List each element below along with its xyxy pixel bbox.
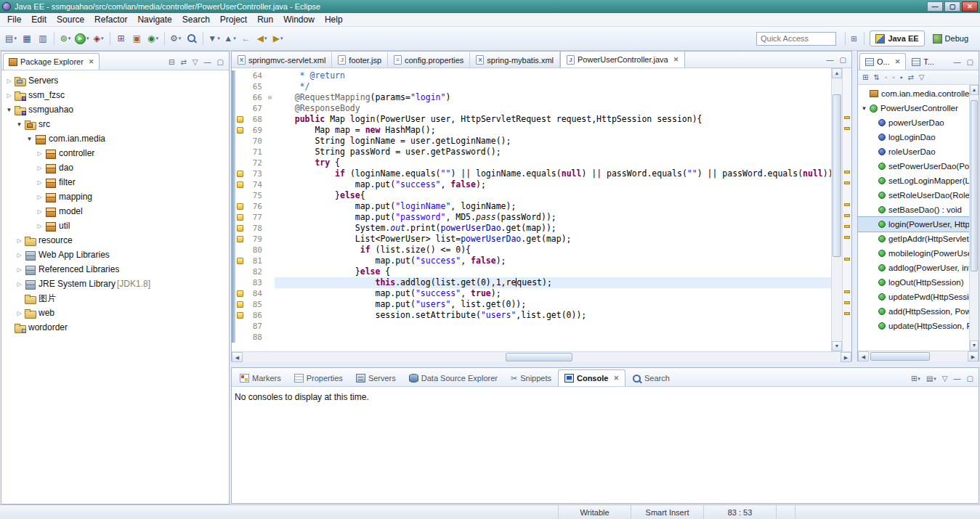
tree-arrow-icon[interactable]: ▷ [15,281,24,287]
overview-mark[interactable] [844,171,850,173]
external-tools-button[interactable]: ⚙▾ [169,30,183,46]
search-button[interactable] [185,30,199,46]
display-selected-console-icon[interactable]: ▤▾ [924,374,939,383]
code-text[interactable]: }else{ [275,190,831,201]
menu-run[interactable]: Run [252,13,278,26]
scroll-left-icon[interactable]: ◀ [232,352,243,362]
new-package-button[interactable]: ▣ [130,30,145,46]
outline-vertical-scrollbar[interactable]: ▲ ▼ [969,85,979,351]
scroll-down-icon[interactable]: ▼ [970,340,979,351]
perspective-java-ee[interactable]: Java EE [870,30,924,46]
tree-arrow-icon[interactable]: ▷ [15,252,24,258]
maximize-icon[interactable]: ▢ [965,57,976,67]
horizontal-scroll-track[interactable] [869,351,968,361]
editor-vertical-scrollbar[interactable]: ▲ ▼ [831,68,842,351]
minimize-icon[interactable]: — [952,57,963,67]
overview-mark[interactable] [844,203,850,206]
menu-source[interactable]: Source [52,13,89,26]
overview-mark[interactable] [844,258,850,261]
view-tab-console[interactable]: Console✕ [558,369,625,386]
open-perspective-button[interactable]: ⊞ [849,34,859,44]
scroll-right-icon[interactable]: ▶ [968,351,979,361]
tree-arrow-icon[interactable]: ▼ [15,121,24,128]
menu-project[interactable]: Project [215,13,252,26]
view-menu-icon[interactable]: ▽ [190,57,201,67]
hide-static-members-icon[interactable]: ▫ [890,73,897,82]
tree-item-mapping[interactable]: ▷mapping [1,189,229,204]
code-text[interactable]: map.put("users", list.get(0)); [275,299,831,310]
save-button[interactable]: ▦ [20,30,34,46]
tree-item-web-app-libraries[interactable]: ▷Web App Libraries [1,248,229,262]
outline-item-roleuserdao[interactable]: roleUserDao [858,144,969,159]
hide-non-public-members-icon[interactable]: ▪ [898,73,905,82]
tree-item-src[interactable]: ▼src [1,117,229,131]
menu-edit[interactable]: Edit [26,13,52,26]
code-text[interactable]: String loginName = user.getLoginName(); [275,136,831,147]
outline-item-login-poweruser-httpservletrequest-https[interactable]: login(PowerUser, HttpServletRequest, Htt… [858,217,969,232]
back-button[interactable]: ◀▾ [255,30,270,46]
vertical-scroll-track[interactable] [832,78,842,341]
code-text[interactable]: System.out.print(powerUserDao.get(map)); [275,223,831,234]
new-wizard-button[interactable]: ▤▾ [4,30,18,46]
close-icon[interactable]: ✕ [895,58,901,65]
debug-button[interactable]: ⊚▾ [58,30,73,46]
overview-ruler[interactable] [842,68,851,351]
forward-button[interactable]: ▶▾ [271,30,286,46]
minimize-button[interactable]: — [927,1,943,12]
link-with-editor-icon[interactable]: ⇄ [178,57,188,67]
horizontal-scroll-thumb[interactable] [870,352,930,361]
outline-item-setpoweruserdao-poweruserdao[interactable]: setPowerUserDao(PowerUserDao) [858,159,969,173]
tree-arrow-icon[interactable]: ▷ [35,223,44,229]
outline-item-mobilelogin-poweruser-httpservletrequest[interactable]: mobilelogin(PowerUser, HttpServletReques… [858,246,969,261]
tree-arrow-icon[interactable]: ▷ [35,179,44,186]
tree-arrow-icon[interactable]: ▼ [25,136,34,142]
editor-tab-config-properties[interactable]: ≡config.properties [388,52,470,68]
view-tab-data-source-explorer[interactable]: Data Source Explorer [402,369,504,386]
overview-mark[interactable] [844,301,850,304]
menu-help[interactable]: Help [320,13,348,26]
outline-item-add-httpsession-poweruser[interactable]: add(HttpSession, PowerUser) [858,304,969,319]
tree-item-web[interactable]: ▷web [1,306,229,320]
tree-item-com-ian-media[interactable]: ▼com.ian.media [1,131,229,146]
tree-arrow-icon[interactable]: ▼ [4,107,14,113]
outline-tab-t[interactable]: T... [906,53,940,70]
outline-item-loglogindao[interactable]: logLoginDao [858,130,969,144]
scroll-down-icon[interactable]: ▼ [832,341,842,351]
overview-mark[interactable] [844,225,850,228]
menu-search[interactable]: Search [177,13,215,26]
close-icon[interactable]: ✕ [89,58,94,65]
coverage-button[interactable]: ◈▾ [92,30,106,46]
outline-item-addlog-poweruser-int-httpservletrequest[interactable]: addlog(PowerUser, int, HttpServletReques… [858,261,969,275]
menu-refactor[interactable]: Refactor [89,13,132,26]
overview-mark[interactable] [844,236,850,239]
code-text[interactable]: map.put("password", MD5.pass(passWord)); [275,212,831,223]
outline-item-poweruserdao[interactable]: powerUserDao [858,115,969,130]
horizontal-scroll-thumb[interactable] [506,353,572,361]
tree-item-图片[interactable]: 图片 [1,291,229,306]
menu-file[interactable]: File [2,13,26,26]
scroll-up-icon[interactable]: ▲ [832,68,842,78]
maximize-icon[interactable]: ▢ [965,374,976,383]
code-text[interactable]: if (loginName.equals("") || loginName.eq… [275,168,831,179]
console-content[interactable]: No consoles to display at this time. [232,387,979,503]
menu-window[interactable]: Window [278,13,320,26]
open-console-icon[interactable]: ⊞▾ [909,374,923,383]
code-text[interactable]: if (list.size() <= 0){ [275,245,831,256]
overview-mark[interactable] [844,214,850,217]
code-text[interactable]: */ [275,81,831,92]
tree-arrow-icon[interactable]: ▷ [35,150,44,157]
outline-item-setroleuserdao-roleuserdao[interactable]: setRoleUserDao(RoleUserDao) [858,188,969,203]
tree-item-model[interactable]: ▷model [1,204,229,218]
tree-arrow-icon[interactable]: ▷ [35,165,44,171]
outline-horizontal-scrollbar[interactable]: ◀ ▶ [858,351,979,361]
scroll-left-icon[interactable]: ◀ [858,351,869,361]
outline-item-logout-httpsession[interactable]: logOut(HttpSession) [858,275,969,290]
code-lines[interactable]: 64 * @return65 */66⊖ @RequestMapping(par… [232,68,831,351]
code-text[interactable]: }else { [275,266,831,277]
tree-item-ssm-fzsc[interactable]: ▷ssm_fzsc [1,88,229,102]
tree-item-wordorder[interactable]: wordorder [1,320,229,335]
maximize-button[interactable]: ▢ [944,1,960,12]
outline-item-updatepwd-httpsession-string[interactable]: updatePwd(HttpSession, String) [858,290,969,304]
view-tab-snippets[interactable]: ✂Snippets [504,369,558,386]
hide-fields-icon[interactable]: ◦ [883,73,890,82]
